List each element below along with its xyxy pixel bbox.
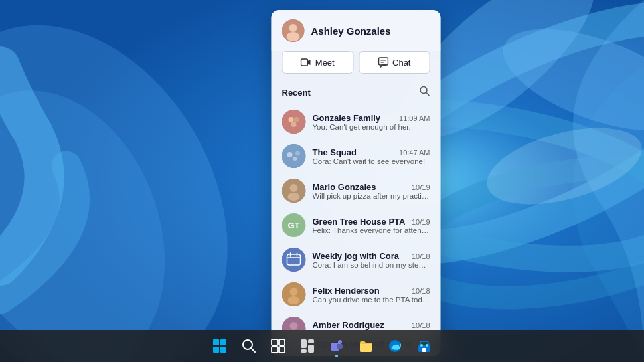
svg-line-48 bbox=[251, 348, 255, 352]
teams-taskbar-button[interactable] bbox=[323, 333, 350, 359]
conversation-name: Gonzales Family bbox=[313, 113, 381, 123]
chat-icon bbox=[378, 57, 388, 68]
svg-point-10 bbox=[289, 24, 297, 32]
svg-rect-43 bbox=[213, 339, 219, 345]
conversation-time: 11:09 AM bbox=[399, 114, 430, 122]
svg-rect-49 bbox=[272, 339, 278, 345]
svg-point-25 bbox=[293, 157, 297, 161]
panel-header: Ashley Gonzales bbox=[272, 10, 441, 51]
svg-point-24 bbox=[295, 151, 300, 156]
list-item[interactable]: Gonzales Family 11:09 AM You: Can't get … bbox=[272, 104, 441, 139]
conversation-name: Mario Gonzales bbox=[313, 182, 376, 192]
svg-point-63 bbox=[420, 344, 423, 347]
taskbar bbox=[0, 330, 644, 362]
chat-panel: Ashley Gonzales Meet Chat Recent bbox=[272, 10, 441, 356]
svg-point-64 bbox=[426, 344, 428, 347]
svg-point-29 bbox=[282, 248, 306, 272]
svg-point-28 bbox=[288, 193, 300, 201]
svg-rect-54 bbox=[308, 339, 314, 343]
store-icon bbox=[417, 339, 432, 353]
conversation-content: Weekly jog with Cora 10/18 Cora: I am so… bbox=[313, 251, 430, 269]
conversation-preview: Can you drive me to the PTA today? bbox=[313, 296, 430, 304]
conversation-preview: Cora: Can't wait to see everyone! bbox=[313, 157, 430, 165]
user-name: Ashley Gonzales bbox=[311, 25, 391, 37]
recent-section-header: Recent bbox=[272, 82, 441, 104]
conversation-time: 10/18 bbox=[412, 321, 430, 329]
svg-point-23 bbox=[287, 152, 293, 157]
avatar bbox=[282, 282, 306, 306]
avatar bbox=[282, 179, 306, 203]
conversation-preview: Cora: I am so behind on my step goals bbox=[313, 261, 430, 269]
svg-rect-46 bbox=[220, 347, 226, 353]
list-item[interactable]: GT Green Tree House PTA 10/19 Felix: Tha… bbox=[272, 208, 441, 242]
svg-point-58 bbox=[338, 340, 342, 344]
user-avatar bbox=[282, 19, 305, 42]
meet-button[interactable]: Meet bbox=[282, 51, 354, 74]
folder-icon bbox=[359, 339, 373, 353]
list-item[interactable]: Amber Rodriguez 10/18 That is awesome! L… bbox=[272, 312, 441, 330]
conversation-content: Mario Gonzales 10/19 Will pick up pizza … bbox=[313, 182, 430, 200]
conversation-time: 10/19 bbox=[412, 218, 430, 226]
teams-taskbar-icon bbox=[329, 338, 345, 354]
conversation-content: The Squad 10:47 AM Cora: Can't wait to s… bbox=[313, 147, 430, 165]
svg-point-4 bbox=[0, 0, 287, 362]
windows-icon bbox=[212, 339, 227, 353]
svg-rect-59 bbox=[337, 344, 343, 349]
svg-point-5 bbox=[0, 59, 203, 362]
svg-rect-55 bbox=[308, 345, 314, 353]
svg-rect-51 bbox=[272, 347, 278, 353]
edge-icon bbox=[388, 339, 402, 353]
conversation-name: Felix Henderson bbox=[313, 286, 380, 296]
search-button[interactable] bbox=[236, 333, 262, 359]
svg-rect-62 bbox=[422, 348, 426, 352]
avatar: GT bbox=[282, 213, 306, 237]
svg-line-17 bbox=[426, 93, 429, 96]
list-item[interactable]: The Squad 10:47 AM Cora: Can't wait to s… bbox=[272, 139, 441, 173]
svg-point-35 bbox=[290, 288, 298, 296]
widgets-button[interactable] bbox=[294, 333, 321, 359]
search-recent-button[interactable] bbox=[420, 86, 430, 99]
conversation-content: Green Tree House PTA 10/19 Felix: Thanks… bbox=[313, 217, 430, 234]
conversation-time: 10:47 AM bbox=[399, 149, 430, 157]
svg-rect-12 bbox=[301, 59, 308, 66]
avatar bbox=[282, 317, 306, 330]
conversation-content: Felix Henderson 10/18 Can you drive me t… bbox=[313, 286, 430, 304]
conversation-preview: Felix: Thanks everyone for attending tod… bbox=[313, 226, 430, 234]
list-item[interactable]: Felix Henderson 10/18 Can you drive me t… bbox=[272, 277, 441, 312]
svg-point-22 bbox=[282, 144, 306, 168]
task-view-icon bbox=[271, 339, 285, 353]
action-buttons: Meet Chat bbox=[272, 51, 441, 82]
store-button[interactable] bbox=[411, 333, 438, 359]
list-item[interactable]: Weekly jog with Cora 10/18 Cora: I am so… bbox=[272, 242, 441, 277]
widgets-icon bbox=[300, 339, 315, 353]
conversation-name: Amber Rodriguez bbox=[313, 320, 384, 330]
svg-point-8 bbox=[479, 114, 644, 219]
avatar bbox=[282, 248, 306, 272]
start-button[interactable] bbox=[206, 333, 233, 359]
svg-point-7 bbox=[491, 8, 644, 151]
chat-button[interactable]: Chat bbox=[359, 51, 430, 74]
task-view-button[interactable] bbox=[265, 333, 291, 359]
file-explorer-button[interactable] bbox=[353, 333, 379, 359]
avatar bbox=[282, 144, 306, 168]
conversation-time: 10/19 bbox=[412, 183, 430, 191]
svg-point-11 bbox=[287, 32, 300, 41]
svg-rect-44 bbox=[220, 339, 226, 345]
conversation-name: Weekly jog with Cora bbox=[313, 251, 400, 261]
video-icon bbox=[301, 57, 311, 68]
list-item[interactable]: Mario Gonzales 10/19 Will pick up pizza … bbox=[272, 173, 441, 208]
conversation-name: Green Tree House PTA bbox=[313, 217, 406, 226]
conversation-preview: Will pick up pizza after my practice. bbox=[313, 192, 430, 200]
svg-point-19 bbox=[289, 117, 294, 122]
conversation-content: Amber Rodriguez 10/18 That is awesome! L… bbox=[313, 320, 430, 331]
svg-rect-56 bbox=[301, 349, 307, 353]
search-icon bbox=[242, 339, 256, 353]
avatar bbox=[282, 110, 306, 134]
svg-point-27 bbox=[290, 184, 298, 192]
conversation-time: 10/18 bbox=[412, 287, 430, 295]
conversation-content: Gonzales Family 11:09 AM You: Can't get … bbox=[313, 113, 430, 131]
svg-point-20 bbox=[294, 117, 299, 122]
edge-button[interactable] bbox=[382, 333, 408, 359]
conversation-preview: You: Can't get enough of her. bbox=[313, 123, 430, 131]
conversation-list: Gonzales Family 11:09 AM You: Can't get … bbox=[272, 104, 441, 330]
